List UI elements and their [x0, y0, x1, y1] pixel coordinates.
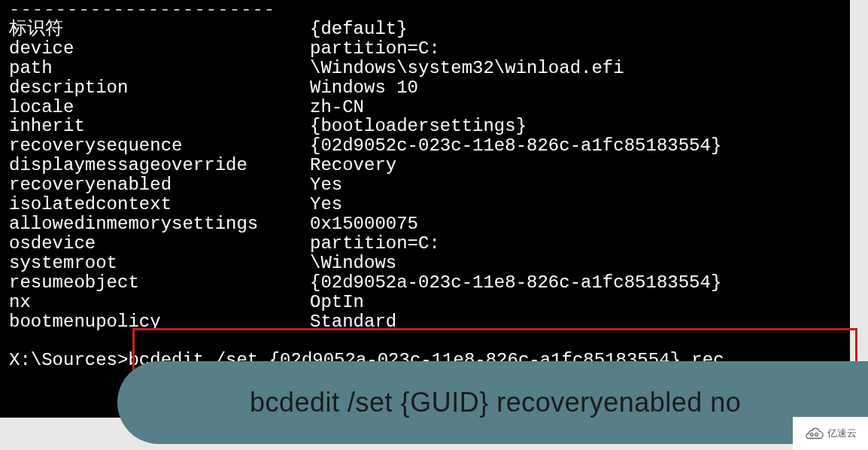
bcd-entry-row: isolatedcontextYes: [9, 195, 850, 214]
entry-key: description: [9, 78, 310, 98]
entry-value: Windows 10: [310, 78, 418, 98]
entry-key: locale: [9, 98, 310, 117]
bcd-entry-row: inherit{bootloadersettings}: [9, 117, 850, 136]
entry-key: systemroot: [9, 254, 310, 273]
instruction-callout: bcdedit /set {GUID} recoveryenabled no: [117, 361, 868, 444]
bcd-entry-row: systemroot\Windows: [9, 254, 850, 273]
separator-line: -----------------------: [9, 0, 850, 20]
bcd-entry-row: bootmenupolicyStandard: [9, 312, 850, 332]
entry-key: recoveryenabled: [9, 175, 310, 195]
entry-key: inherit: [9, 117, 310, 136]
bcd-entry-row: nxOptIn: [9, 293, 850, 312]
bcd-entry-row: devicepartition=C:: [9, 39, 850, 59]
bcd-entry-row: recoveryenabledYes: [9, 175, 850, 195]
bcd-entry-row: recoverysequence{02d9052c-023c-11e8-826c…: [9, 136, 850, 156]
svg-point-0: [810, 433, 813, 436]
entry-key: osdevice: [9, 234, 310, 254]
entry-value: {default}: [310, 19, 408, 39]
bcd-entries: 标识符{default}devicepartition=C:path\Windo…: [9, 20, 850, 332]
cloud-icon: [805, 427, 824, 439]
entry-value: zh-CN: [310, 97, 364, 117]
blank-line: [9, 331, 850, 351]
entry-value: OptIn: [310, 292, 364, 312]
bcd-entry-row: osdevicepartition=C:: [9, 234, 850, 254]
entry-value: Yes: [310, 194, 342, 214]
bcd-entry-row: 标识符{default}: [9, 20, 850, 39]
entry-key: displaymessageoverride: [9, 156, 310, 175]
bcd-entry-row: allowedinmemorysettings0x15000075: [9, 214, 850, 234]
entry-value: partition=C:: [310, 38, 440, 59]
bcd-entry-row: path\Windows\system32\winload.efi: [9, 59, 850, 78]
terminal-window[interactable]: ----------------------- 标识符{default}devi…: [0, 0, 850, 418]
bcd-entry-row: localezh-CN: [9, 98, 850, 117]
watermark-text: 亿速云: [827, 427, 857, 440]
svg-point-1: [815, 433, 818, 436]
entry-value: {02d9052a-023c-11e8-826c-a1fc85183554}: [310, 272, 721, 293]
entry-value: {02d9052c-023c-11e8-826c-a1fc85183554}: [310, 135, 721, 156]
bcd-entry-row: descriptionWindows 10: [9, 78, 850, 98]
entry-value: partition=C:: [310, 233, 440, 254]
entry-key: resumeobject: [9, 273, 310, 293]
callout-text: bcdedit /set {GUID} recoveryenabled no: [250, 387, 741, 418]
entry-key: device: [9, 39, 310, 59]
entry-value: Standard: [310, 312, 396, 332]
entry-key: path: [9, 59, 310, 78]
entry-value: 0x15000075: [310, 214, 418, 234]
entry-value: \Windows: [310, 253, 396, 273]
entry-value: Yes: [310, 175, 342, 195]
entry-value: Recovery: [310, 155, 396, 175]
prompt-text: X:\Sources>: [9, 350, 128, 370]
entry-key: allowedinmemorysettings: [9, 214, 310, 234]
entry-value: {bootloadersettings}: [310, 116, 527, 136]
bcd-entry-row: displaymessageoverrideRecovery: [9, 156, 850, 175]
entry-key: 标识符: [9, 20, 310, 39]
entry-key: bootmenupolicy: [9, 312, 310, 332]
entry-key: recoverysequence: [9, 136, 310, 156]
watermark-badge: 亿速云: [793, 417, 868, 450]
entry-value: \Windows\system32\winload.efi: [310, 58, 624, 78]
entry-key: nx: [9, 293, 310, 312]
bcd-entry-row: resumeobject{02d9052a-023c-11e8-826c-a1f…: [9, 273, 850, 293]
entry-key: isolatedcontext: [9, 195, 310, 214]
